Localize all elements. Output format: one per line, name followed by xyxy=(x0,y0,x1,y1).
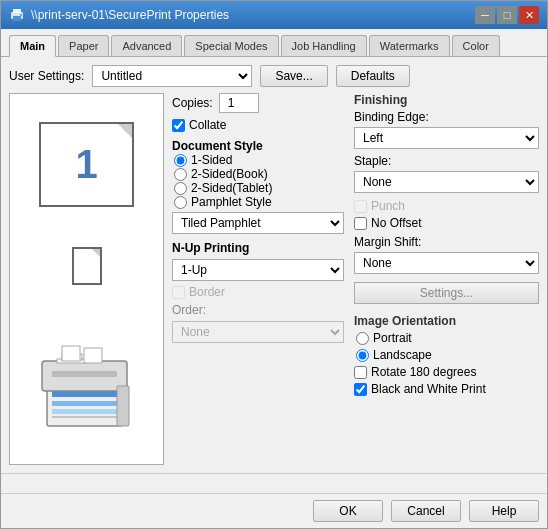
border-label: Border xyxy=(189,285,225,299)
svg-rect-9 xyxy=(52,371,117,377)
pamphlet-label: Pamphlet Style xyxy=(191,195,272,209)
nup-label: N-Up Printing xyxy=(172,241,344,255)
nup-select[interactable]: 1-Up 2-Up 4-Up 6-Up 9-Up xyxy=(172,259,344,281)
help-button[interactable]: Help xyxy=(469,500,539,522)
finishing-label: Finishing xyxy=(354,93,539,107)
staple-select[interactable]: None 1 Staple 2 Staples xyxy=(354,171,539,193)
landscape-label: Landscape xyxy=(373,348,432,362)
settings-button[interactable]: Settings... xyxy=(354,282,539,304)
tab-bar: Main Paper Advanced Special Modes Job Ha… xyxy=(1,29,547,57)
tab-main[interactable]: Main xyxy=(9,35,56,57)
one-sided-label: 1-Sided xyxy=(191,153,232,167)
two-sided-tablet-row: 2-Sided(Tablet) xyxy=(172,181,344,195)
preview-pane: 1 xyxy=(9,93,164,465)
punch-label: Punch xyxy=(371,199,405,213)
collate-label: Collate xyxy=(189,118,226,132)
no-offset-checkbox[interactable] xyxy=(354,217,367,230)
defaults-button[interactable]: Defaults xyxy=(336,65,410,87)
svg-rect-14 xyxy=(62,346,80,361)
landscape-row: Landscape xyxy=(354,348,539,362)
cancel-button[interactable]: Cancel xyxy=(391,500,461,522)
bottom-bar: OK Cancel Help xyxy=(1,493,547,528)
window-title: \\print-serv-01\SecurePrint Properties xyxy=(31,8,229,22)
copies-row: Copies: xyxy=(172,93,344,113)
bw-print-checkbox[interactable] xyxy=(354,383,367,396)
staple-label: Staple: xyxy=(354,154,539,168)
main-window: \\print-serv-01\SecurePrint Properties ─… xyxy=(0,0,548,529)
rotate180-checkbox[interactable] xyxy=(354,366,367,379)
user-settings-row: User Settings: Untitled Save... Defaults xyxy=(9,65,539,87)
user-settings-label: User Settings: xyxy=(9,69,84,83)
two-sided-book-radio[interactable] xyxy=(174,168,187,181)
two-sided-tablet-radio[interactable] xyxy=(174,182,187,195)
binding-edge-select[interactable]: Left Right Top xyxy=(354,127,539,149)
user-settings-select[interactable]: Untitled xyxy=(92,65,252,87)
punch-row: Punch xyxy=(354,199,539,213)
top-options: Copies: Collate Document Style xyxy=(172,93,539,396)
printer-illustration xyxy=(32,326,142,436)
title-bar-left: \\print-serv-01\SecurePrint Properties xyxy=(9,7,229,23)
no-offset-row: No Offset xyxy=(354,216,539,230)
svg-rect-2 xyxy=(13,16,21,21)
svg-rect-7 xyxy=(52,409,117,414)
document-style-label: Document Style xyxy=(172,139,344,153)
collate-row: Collate xyxy=(172,118,344,132)
portrait-radio[interactable] xyxy=(356,332,369,345)
svg-point-3 xyxy=(20,14,22,16)
status-bar xyxy=(1,473,547,493)
svg-rect-5 xyxy=(52,391,117,397)
tab-color[interactable]: Color xyxy=(452,35,500,56)
two-sided-tablet-label: 2-Sided(Tablet) xyxy=(191,181,272,195)
two-sided-book-row: 2-Sided(Book) xyxy=(172,167,344,181)
title-controls: ─ □ ✕ xyxy=(475,6,539,24)
rotate180-row: Rotate 180 degrees xyxy=(354,365,539,379)
margin-shift-label: Margin Shift: xyxy=(354,235,539,249)
pamphlet-radio[interactable] xyxy=(174,196,187,209)
options-pane: Copies: Collate Document Style xyxy=(172,93,539,465)
document-style-section: Document Style 1-Sided 2-Sided(Book) xyxy=(172,137,344,234)
tab-special-modes[interactable]: Special Modes xyxy=(184,35,278,56)
tab-watermarks[interactable]: Watermarks xyxy=(369,35,450,56)
portrait-label: Portrait xyxy=(373,331,412,345)
landscape-radio[interactable] xyxy=(356,349,369,362)
tab-job-handling[interactable]: Job Handling xyxy=(281,35,367,56)
one-sided-row: 1-Sided xyxy=(172,153,344,167)
one-sided-radio[interactable] xyxy=(174,154,187,167)
title-bar: \\print-serv-01\SecurePrint Properties ─… xyxy=(1,1,547,29)
document-icon xyxy=(72,247,102,285)
copies-input[interactable] xyxy=(219,93,259,113)
order-label: Order: xyxy=(172,303,344,317)
two-sided-book-label: 2-Sided(Book) xyxy=(191,167,268,181)
tab-paper[interactable]: Paper xyxy=(58,35,109,56)
border-row: Border xyxy=(172,285,344,299)
close-button[interactable]: ✕ xyxy=(519,6,539,24)
no-offset-label: No Offset xyxy=(371,216,421,230)
copies-label: Copies: xyxy=(172,96,213,110)
right-options: Finishing Binding Edge: Left Right Top S… xyxy=(354,93,539,396)
rotate180-label: Rotate 180 degrees xyxy=(371,365,476,379)
punch-checkbox[interactable] xyxy=(354,200,367,213)
content-area: User Settings: Untitled Save... Defaults… xyxy=(1,57,547,473)
maximize-button[interactable]: □ xyxy=(497,6,517,24)
portrait-row: Portrait xyxy=(354,331,539,345)
finishing-section: Finishing Binding Edge: Left Right Top S… xyxy=(354,93,539,274)
bw-print-label: Black and White Print xyxy=(371,382,486,396)
svg-rect-6 xyxy=(52,401,117,406)
bw-print-row: Black and White Print xyxy=(354,382,539,396)
margin-shift-select[interactable]: None Side 1 Side 2 xyxy=(354,252,539,274)
border-checkbox[interactable] xyxy=(172,286,185,299)
tab-advanced[interactable]: Advanced xyxy=(111,35,182,56)
printer-icon xyxy=(9,7,25,23)
order-select[interactable]: None xyxy=(172,321,344,343)
svg-rect-1 xyxy=(13,9,21,13)
nup-section: N-Up Printing 1-Up 2-Up 4-Up 6-Up 9-Up B… xyxy=(172,239,344,343)
left-options: Copies: Collate Document Style xyxy=(172,93,344,396)
page-number: 1 xyxy=(75,142,97,187)
collate-checkbox[interactable] xyxy=(172,119,185,132)
image-orientation-section: Image Orientation Portrait Landscape xyxy=(354,314,539,396)
pamphlet-dropdown[interactable]: Tiled Pamphlet xyxy=(172,212,344,234)
binding-edge-label: Binding Edge: xyxy=(354,110,539,124)
minimize-button[interactable]: ─ xyxy=(475,6,495,24)
save-button[interactable]: Save... xyxy=(260,65,327,87)
ok-button[interactable]: OK xyxy=(313,500,383,522)
